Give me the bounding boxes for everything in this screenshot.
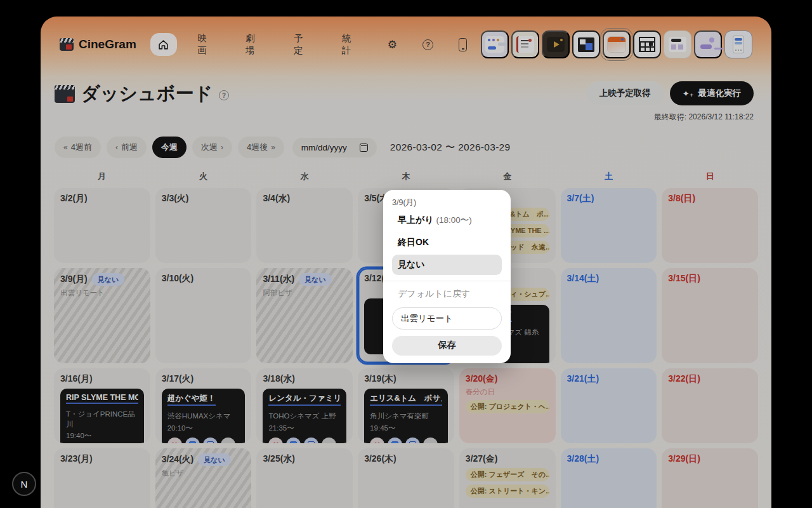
- popup-option-label: 終日OK: [398, 237, 429, 247]
- day-settings-popup: 3/9(月) 早上がり (18:00〜)終日OK見ない デフォルトに戻す 保存: [383, 190, 511, 363]
- reset-default-button[interactable]: デフォルトに戻す: [392, 287, 502, 300]
- popup-option-label: 早上がり: [398, 215, 434, 225]
- popup-option-time: (18:00〜): [434, 215, 472, 225]
- popup-option-label: 見ない: [398, 259, 425, 269]
- note-input[interactable]: [392, 307, 502, 330]
- popup-date-label: 3/9(月): [392, 197, 502, 208]
- divider: [383, 281, 511, 281]
- dev-indicator-badge[interactable]: N: [12, 472, 36, 496]
- app-window: CineGram 映画 劇場 予定 統計 ⚙ ? ダッシュボード ? 上映予定取…: [41, 17, 771, 508]
- popup-option-2[interactable]: 見ない: [392, 255, 502, 275]
- save-button[interactable]: 保存: [392, 336, 502, 356]
- popup-options: 早上がり (18:00〜)終日OK見ない: [392, 210, 502, 275]
- popup-option-1[interactable]: 終日OK: [392, 232, 502, 253]
- popup-option-0[interactable]: 早上がり (18:00〜): [392, 210, 502, 231]
